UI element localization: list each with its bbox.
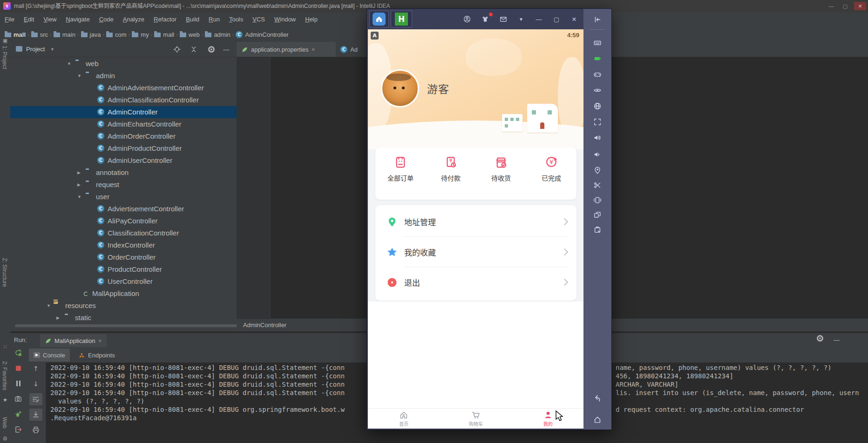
locate-file-button[interactable] [171, 44, 183, 55]
app-tab-我的[interactable]: 我的 [512, 409, 584, 429]
tree-item-web[interactable]: ▼web [10, 58, 237, 70]
menu-run[interactable]: Run [204, 13, 224, 27]
editor-breadcrumb-item[interactable]: AdminController [243, 322, 286, 329]
tree-item-AdviertisementController[interactable]: CAdviertisementController [10, 203, 237, 215]
collapsed-arrow-icon[interactable]: ▶ [77, 179, 81, 191]
tree-item-ProductController[interactable]: CProductController [10, 263, 237, 275]
tree-item-UserController[interactable]: CUserController [10, 275, 237, 288]
tree-item-user[interactable]: ▼user [10, 191, 237, 203]
tree-item-AdminAdviertisementController[interactable]: CAdminAdviertisementController [10, 82, 237, 94]
tree-item-MallApplication[interactable]: MallApplication [10, 288, 237, 300]
tree-item-ClassificationController[interactable]: CClassificationController [10, 227, 237, 239]
menu-code[interactable]: Code [95, 13, 118, 27]
volume-up-icon[interactable] [592, 133, 603, 143]
menu-vcs[interactable]: VCS [248, 13, 270, 27]
emulator-home-tab[interactable] [369, 11, 389, 27]
scissors-icon[interactable] [592, 180, 603, 190]
order-entry-待收货[interactable]: 待收货 [476, 148, 526, 200]
restart-debug-button[interactable] [12, 408, 25, 420]
breadcrumb-item[interactable]: com [106, 27, 127, 42]
order-entry-全部订单[interactable]: 全部订单 [375, 148, 426, 200]
browser-icon[interactable] [592, 101, 603, 111]
tree-item-AdminProductController[interactable]: CAdminProductController [10, 142, 237, 154]
hide-panel-button[interactable]: — [221, 44, 232, 55]
collapse-icon[interactable] [592, 14, 603, 25]
tree-item-request[interactable]: ▶request [10, 179, 237, 191]
menu-build[interactable]: Build [181, 13, 204, 27]
tree-item-AdminEchartsController[interactable]: CAdminEchartsController [10, 118, 237, 130]
menu-navigate[interactable]: Navigate [61, 13, 94, 27]
eye-icon[interactable] [592, 85, 603, 95]
tree-item-admin[interactable]: ▼admin [10, 70, 237, 82]
fullscreen-icon[interactable] [592, 117, 603, 127]
breadcrumb-item[interactable]: src [31, 27, 48, 42]
view-tab-endpoints[interactable]: Endpoints [74, 349, 120, 362]
breadcrumb-item[interactable]: web [180, 27, 200, 42]
tree-item-OrderController[interactable]: COrderController [10, 251, 237, 263]
scroll-end-button[interactable] [29, 409, 42, 421]
close-icon[interactable]: ✕ [98, 338, 102, 343]
editor-tab-application.properties[interactable]: application.properties✕ [237, 42, 336, 57]
account-icon[interactable] [462, 14, 472, 24]
stop-button[interactable] [12, 362, 25, 374]
menu-analyze[interactable]: Analyze [118, 13, 149, 27]
emulator-app-tab[interactable]: H [391, 11, 412, 27]
tree-item-AliPayController[interactable]: CAliPayController [10, 215, 237, 227]
keyboard-icon[interactable] [592, 38, 603, 48]
menu-view[interactable]: View [39, 13, 61, 27]
tree-item-AdminClassificationController[interactable]: CAdminClassificationController [10, 94, 237, 106]
breadcrumb-item[interactable]: java [81, 27, 101, 42]
expanded-arrow-icon[interactable]: ▼ [67, 58, 71, 70]
rerun-button[interactable] [12, 347, 25, 359]
camera-button[interactable] [12, 393, 25, 405]
expanded-arrow-icon[interactable]: ▼ [77, 191, 81, 203]
app-tab-首页[interactable]: 首页 [368, 409, 440, 429]
window-minimize-button[interactable]: — [825, 2, 837, 10]
exit-button[interactable] [12, 423, 25, 436]
tree-item-AdminOrderController[interactable]: CAdminOrderController [10, 130, 237, 142]
breadcrumb-item[interactable]: main [54, 27, 75, 42]
collapsed-arrow-icon[interactable]: ▶ [56, 312, 60, 324]
tree-item-AdminController[interactable]: CAdminController [10, 106, 237, 118]
emulator-maximize-button[interactable]: ▢ [551, 14, 562, 24]
windows-icon[interactable] [592, 210, 603, 220]
volume-down-icon[interactable] [592, 149, 603, 160]
breadcrumb-item[interactable]: admin [205, 27, 230, 42]
tree-item-annotation[interactable]: ▶annotation [10, 167, 237, 179]
app-tab-购物车[interactable]: 购物车 [440, 409, 512, 429]
down-button[interactable]: ↓ [29, 378, 42, 390]
mail-icon[interactable] [498, 14, 509, 24]
menu-refactor[interactable]: Refactor [149, 13, 181, 27]
window-close-button[interactable]: ✕ [854, 2, 866, 10]
tree-item-AdminUserController[interactable]: CAdminUserController [10, 154, 237, 167]
menu-window[interactable]: Window [270, 13, 300, 27]
order-entry-已完成[interactable]: ¥ 已完成 [526, 148, 576, 200]
avatar[interactable] [381, 69, 419, 107]
menu-down-icon[interactable]: ▼ [516, 14, 526, 24]
gamepad-icon[interactable] [592, 69, 603, 80]
breadcrumb-item[interactable]: my [132, 27, 149, 42]
tree-item-resources[interactable]: ▼resources [10, 300, 237, 312]
wardrobe-icon[interactable] [480, 14, 490, 24]
view-tab-console[interactable]: ▶Console [29, 349, 70, 362]
expanded-arrow-icon[interactable]: ▼ [47, 300, 51, 312]
stripe-project-label[interactable]: 1: Project [1, 46, 8, 69]
chevron-down-icon[interactable]: ▼ [50, 42, 54, 57]
menu-file[interactable]: File [0, 13, 19, 27]
stripe-structure-label[interactable]: Z: Structure [1, 258, 8, 287]
up-button[interactable]: ↑ [29, 362, 42, 375]
soft-wrap-button[interactable] [29, 393, 42, 405]
emulator-close-button[interactable]: ✕ [569, 14, 579, 24]
breadcrumb-item[interactable]: CAdminController [236, 27, 288, 42]
collapse-all-button[interactable] [188, 44, 199, 55]
panel-settings-button[interactable] [206, 44, 217, 55]
project-panel-title[interactable]: Project [26, 42, 45, 57]
run-configuration-tab[interactable]: MallApplication ✕ [40, 334, 107, 347]
menu-edit[interactable]: Edit [19, 13, 39, 27]
window-maximize-button[interactable]: ▢ [839, 2, 851, 10]
menu-row-我的收藏[interactable]: 我的收藏 [375, 237, 576, 267]
breadcrumb-item[interactable]: mall [154, 27, 174, 42]
editor-tab-Ad[interactable]: CAd [336, 42, 364, 57]
menu-help[interactable]: Help [300, 13, 322, 27]
menu-row-地址管理[interactable]: 地址管理 [375, 207, 576, 237]
